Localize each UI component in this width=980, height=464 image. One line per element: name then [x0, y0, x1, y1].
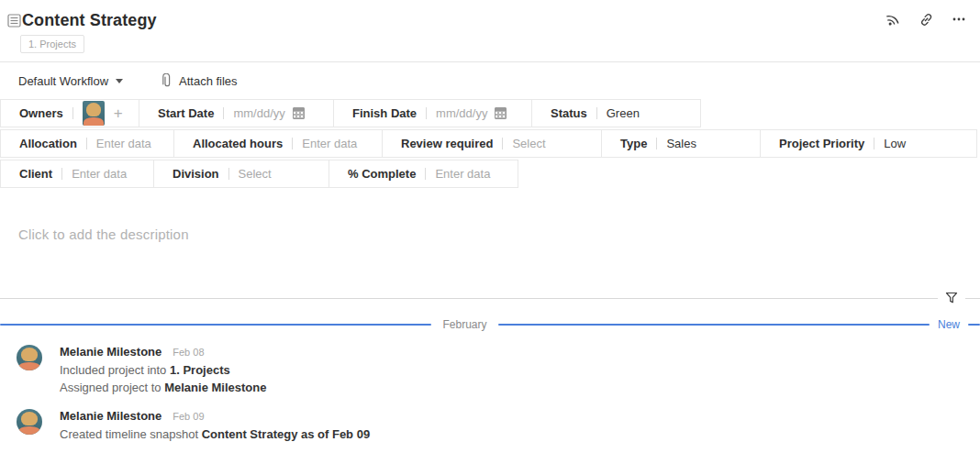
field-value: Select: [239, 167, 272, 181]
chevron-down-icon: [116, 79, 123, 83]
field-divider: [86, 138, 87, 149]
parent-folder-tag[interactable]: 1. Projects: [20, 35, 84, 53]
field-value: Select: [512, 137, 545, 150]
toolbar: Default Workflow Attach files: [0, 62, 980, 99]
field-divider: [874, 138, 874, 149]
feed-entry: Melanie MilestoneFeb 09Created timeline …: [17, 409, 980, 440]
divider-line-blue: [0, 324, 431, 326]
divider-line: [0, 298, 938, 299]
field-client[interactable]: ClientEnter data: [0, 160, 154, 188]
project-document-icon: [7, 14, 21, 28]
field-allocated-hours[interactable]: Allocated hoursEnter data: [173, 129, 383, 158]
divider-line-blue: [968, 324, 980, 326]
field-label: Project Priority: [779, 137, 864, 150]
feed-entry-body: Melanie MilestoneFeb 09Created timeline …: [60, 409, 370, 440]
field-divider: [426, 107, 427, 119]
field-divider: [223, 107, 224, 119]
calendar-icon[interactable]: [495, 107, 507, 119]
entry-date: Feb 09: [173, 411, 204, 422]
field-row: ClientEnter dataDivisionSelect% Complete…: [0, 160, 980, 188]
field-divider: [656, 138, 657, 149]
entity-link[interactable]: 1. Projects: [170, 363, 230, 377]
field-label: Allocated hours: [193, 137, 283, 150]
feed-line: Included project into 1. Projects: [60, 364, 266, 376]
field-value: Low: [884, 137, 906, 150]
field-allocation[interactable]: AllocationEnter data: [0, 129, 174, 158]
feed-entry: Melanie MilestoneFeb 08Included project …: [17, 345, 980, 393]
field-label: % Complete: [348, 167, 416, 181]
field-divider: [72, 107, 73, 119]
author-name[interactable]: Melanie Milestone: [60, 345, 161, 359]
attach-files-label: Attach files: [179, 74, 238, 88]
author-name[interactable]: Melanie Milestone: [60, 409, 161, 423]
description-placeholder: Click to add the description: [18, 226, 189, 242]
field-row: AllocationEnter dataAllocated hoursEnter…: [0, 129, 980, 158]
divider-line-blue: [498, 324, 930, 326]
more-options-icon[interactable]: [951, 11, 967, 28]
title-row: Content Strategy: [0, 0, 980, 30]
field-value: mm/dd/yy: [436, 106, 487, 120]
field-label: Client: [19, 167, 52, 181]
field-review-required[interactable]: Review requiredSelect: [382, 129, 602, 158]
field-value: Enter data: [435, 167, 490, 181]
field-divider: [502, 138, 503, 149]
custom-fields-grid: Owners+Start Datemm/dd/yyFinish Datemm/d…: [0, 99, 980, 188]
feed-entry-body: Melanie MilestoneFeb 08Included project …: [60, 345, 266, 393]
permalink-icon[interactable]: [918, 11, 934, 28]
new-activity-label[interactable]: New: [938, 318, 960, 331]
field-value: Enter data: [302, 137, 357, 150]
entity-link[interactable]: Content Strategy as of Feb 09: [202, 427, 370, 441]
workflow-label: Default Workflow: [18, 74, 108, 88]
field-label: Status: [551, 106, 587, 120]
feed-filter-bar: [0, 291, 980, 305]
field-value: mm/dd/yy: [233, 106, 284, 120]
page-header: Content Strategy 1. Projects: [0, 0, 980, 62]
field-divider: [425, 168, 426, 180]
field-row: Owners+Start Datemm/dd/yyFinish Datemm/d…: [0, 99, 980, 127]
page-title: Content Strategy: [22, 11, 157, 30]
field-division[interactable]: DivisionSelect: [153, 160, 329, 188]
entry-date: Feb 08: [173, 347, 204, 358]
filter-icon[interactable]: [945, 292, 958, 304]
month-label: February: [442, 318, 486, 331]
field-label: Finish Date: [352, 106, 417, 120]
field-type[interactable]: TypeSales: [601, 129, 761, 158]
field-value: Green: [607, 106, 640, 120]
field-start-date[interactable]: Start Datemm/dd/yy: [139, 99, 334, 127]
field-owners[interactable]: Owners+: [0, 99, 139, 127]
field-label: Division: [173, 167, 219, 181]
entity-link[interactable]: Melanie Milestone: [164, 381, 266, 394]
activity-feed: Melanie MilestoneFeb 08Included project …: [0, 345, 980, 440]
field-label: Allocation: [19, 137, 77, 150]
field-value: Sales: [666, 137, 696, 150]
user-avatar[interactable]: [17, 345, 42, 370]
field-finish-date[interactable]: Finish Datemm/dd/yy: [333, 99, 532, 127]
field-divider: [596, 107, 597, 119]
field-label: Start Date: [158, 106, 214, 120]
owner-avatar[interactable]: [83, 101, 105, 126]
add-owner-button[interactable]: +: [114, 105, 123, 123]
user-avatar[interactable]: [17, 409, 42, 435]
calendar-icon[interactable]: [293, 107, 305, 119]
month-divider: February New: [0, 317, 980, 332]
field-label: Review required: [401, 137, 493, 150]
feed-line: Assigned project to Melanie Milestone: [60, 381, 266, 393]
header-actions: [885, 11, 967, 28]
field-divider: [228, 168, 229, 180]
feed-line: Created timeline snapshot Content Strate…: [60, 428, 370, 440]
field-complete[interactable]: % CompleteEnter data: [329, 160, 518, 188]
field-project-priority[interactable]: Project PriorityLow: [760, 129, 977, 158]
field-value: Enter data: [72, 167, 127, 181]
field-value: Enter data: [96, 137, 151, 150]
field-label: Owners: [19, 106, 63, 120]
attach-files-button[interactable]: Attach files: [161, 73, 238, 88]
field-status[interactable]: StatusGreen: [531, 99, 701, 127]
divider-line: [965, 298, 980, 299]
paperclip-icon: [161, 73, 173, 88]
workflow-dropdown[interactable]: Default Workflow: [18, 74, 123, 88]
field-label: Type: [620, 137, 647, 150]
description-area[interactable]: Click to add the description: [0, 195, 980, 287]
field-divider: [61, 168, 62, 180]
follow-icon[interactable]: [883, 9, 903, 29]
field-divider: [292, 138, 293, 149]
